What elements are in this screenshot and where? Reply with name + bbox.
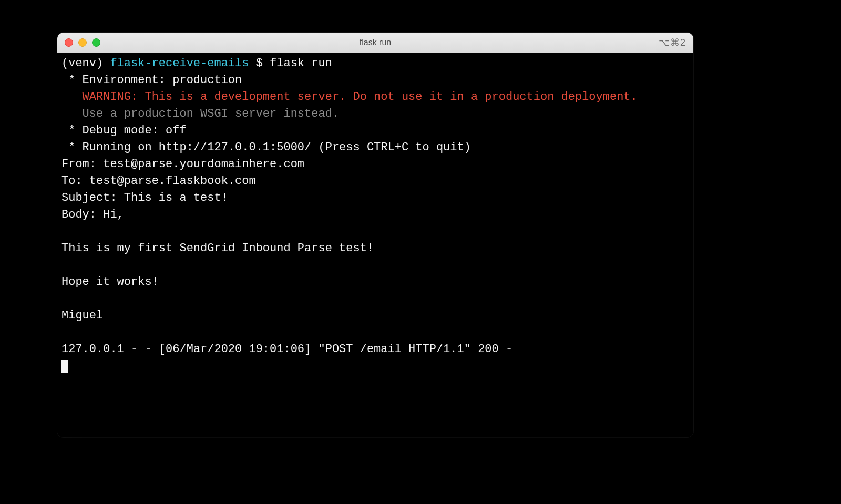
prompt-venv: (venv)	[61, 57, 110, 70]
traffic-lights	[65, 38, 100, 47]
output-env: * Environment: production	[61, 74, 242, 87]
output-accesslog: 127.0.0.1 - - [06/Mar/2020 19:01:06] "PO…	[61, 343, 512, 356]
window-title: flask run	[57, 38, 693, 47]
prompt-command: flask run	[270, 57, 332, 70]
cursor-icon	[61, 360, 68, 373]
terminal-window: flask run ⌥⌘2 (venv) flask-receive-email…	[57, 33, 693, 437]
close-icon[interactable]	[65, 38, 73, 47]
output-body-hi: Body: Hi,	[61, 208, 124, 221]
output-body-test: This is my first SendGrid Inbound Parse …	[61, 242, 374, 255]
minimize-icon[interactable]	[78, 38, 87, 47]
output-body-hope: Hope it works!	[61, 275, 159, 289]
titlebar: flask run ⌥⌘2	[57, 33, 693, 53]
output-from: From: test@parse.yourdomainhere.com	[61, 158, 304, 171]
output-to: To: test@parse.flaskbook.com	[61, 174, 256, 188]
prompt-sep: $	[249, 57, 270, 70]
output-body-sig: Miguel	[61, 309, 103, 322]
output-running: * Running on http://127.0.0.1:5000/ (Pre…	[61, 141, 471, 154]
output-subject: Subject: This is a test!	[61, 191, 228, 204]
window-shortcut-label: ⌥⌘2	[659, 37, 686, 48]
zoom-icon[interactable]	[92, 38, 100, 47]
prompt-cwd: flask-receive-emails	[110, 57, 249, 70]
output-wsgi-hint: Use a production WSGI server instead.	[61, 107, 339, 120]
output-debug: * Debug mode: off	[61, 124, 187, 137]
output-warning: WARNING: This is a development server. D…	[61, 90, 638, 104]
terminal-body[interactable]: (venv) flask-receive-emails $ flask run …	[57, 53, 693, 437]
